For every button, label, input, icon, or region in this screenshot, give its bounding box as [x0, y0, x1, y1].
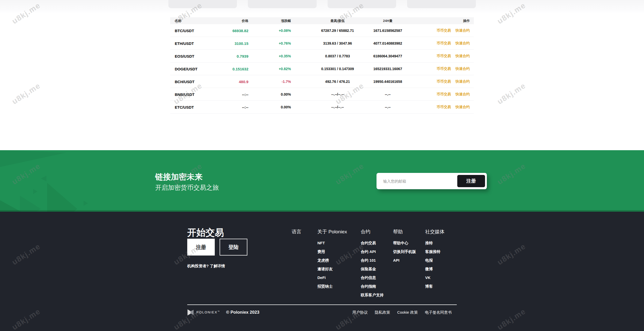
user-agreement-link[interactable]: 用户协议	[352, 310, 368, 315]
ticker-card	[328, 0, 396, 8]
ticker-card	[407, 0, 476, 8]
footer: 开始交易 注册 登陆 机构投资者? 了解详情 语言 关于 Poloniex NF…	[0, 212, 644, 331]
banner-decor-triangle	[41, 176, 46, 181]
change-value: +0.82%	[279, 67, 291, 71]
banner-decor-triangle	[33, 189, 37, 194]
quick-contract-link[interactable]: 快速合约	[455, 28, 470, 33]
footer-column-title: 合约	[361, 228, 384, 235]
pair-label: ETC/USDT	[175, 105, 194, 109]
spot-trade-link[interactable]: 币币交易	[437, 105, 451, 109]
price-value: 0.151632	[232, 67, 248, 71]
header-actions: 操作	[463, 19, 470, 23]
footer-link-weibo[interactable]: 微博	[425, 265, 445, 273]
table-row-doge: DOGE/USDT 0.151632 +0.82% 0.153301 / 0.1…	[170, 62, 474, 75]
quick-contract-link[interactable]: 快速合约	[455, 41, 470, 46]
row-actions: 币币交易快速合约	[437, 79, 470, 84]
footer-link-futures-101[interactable]: 合约 101	[361, 256, 384, 265]
row-actions: 币币交易快速合约	[437, 92, 470, 97]
row-actions: 币币交易快速合约	[437, 41, 470, 46]
email-input[interactable]	[377, 179, 457, 183]
volume-value: 4077.0140883982	[373, 41, 402, 45]
footer-link-vk[interactable]: VK	[425, 273, 445, 282]
banner-decor-triangle	[47, 183, 77, 212]
privacy-policy-link[interactable]: 隐私政策	[375, 310, 390, 315]
footer-column-title: 关于 Poloniex	[317, 228, 347, 235]
row-actions: 币币交易快速合约	[437, 105, 470, 109]
institutional-investors-link[interactable]: 机构投资者? 了解详情	[187, 264, 225, 269]
high-low-value: 67287.29 / 65882.71	[321, 29, 354, 33]
footer-buttons: 注册 登陆	[187, 239, 247, 256]
esign-consent-link[interactable]: 电子签名同意书	[425, 310, 452, 315]
high-low-value: --.--/--.--	[331, 105, 344, 109]
quick-contract-link[interactable]: 快速合约	[455, 105, 470, 109]
footer-link-support-twitter[interactable]: 客服推特	[425, 247, 445, 256]
login-button[interactable]: 登陆	[220, 239, 247, 256]
footer-link-futures-trading[interactable]: 合约交易	[361, 239, 384, 247]
ticker-card	[248, 0, 317, 8]
footer-column-social: 社交媒体 推特 客服推特 电报 微博 VK 博客	[425, 228, 445, 291]
banner-decor-triangle	[0, 198, 21, 212]
quick-contract-link[interactable]: 快速合约	[455, 67, 470, 71]
footer-column-title: 社交媒体	[425, 228, 445, 235]
signup-banner: 链接加密未来 开启加密货币交易之旅 注册	[0, 150, 644, 212]
footer-link-telegram[interactable]: 电报	[425, 256, 445, 265]
footer-link-futures-guide[interactable]: 合约指南	[361, 282, 384, 291]
footer-link-futures-api[interactable]: 合约 API	[361, 247, 384, 256]
row-actions: 币币交易快速合约	[437, 67, 470, 71]
table-row-bnb: BNB/USDT --:-- 0.00% --.--/--.-- --.-- 币…	[170, 88, 474, 101]
high-low-value: 492.76 / 476.21	[325, 80, 350, 84]
pair-label: BTC/USDT	[175, 28, 194, 33]
price-value: 3100.15	[235, 41, 248, 45]
banner-decor-triangle	[0, 150, 66, 181]
footer-link-futures-info[interactable]: 合约信息	[361, 273, 384, 282]
price-value: --:--	[242, 92, 248, 96]
signup-button[interactable]: 注册	[457, 175, 485, 187]
footer-column-about: 关于 Poloniex NFT 费用 龙虎榜 邀请好友 DeFi 招贤纳士	[317, 228, 347, 291]
footer-link-referral[interactable]: 邀请好友	[317, 265, 347, 273]
spot-trade-link[interactable]: 币币交易	[437, 41, 451, 46]
header-change: 涨跌幅	[281, 19, 291, 23]
footer-column-title: 帮助	[393, 228, 416, 235]
high-low-value: --.--/--.--	[331, 92, 344, 96]
table-row-btc: BTC/USDT 66938.82 +0.08% 67287.29 / 6588…	[170, 24, 474, 37]
footer-link-fees[interactable]: 费用	[317, 247, 347, 256]
row-actions: 币币交易快速合约	[437, 54, 470, 58]
spot-trade-link[interactable]: 币币交易	[437, 54, 451, 58]
high-low-value: 0.153301 / 0.147309	[321, 67, 354, 71]
legal-links: 用户协议 隐私政策 Cookie 政策 电子签名同意书	[352, 310, 452, 315]
quick-contract-link[interactable]: 快速合约	[455, 92, 470, 97]
footer-link-blog[interactable]: 博客	[425, 282, 445, 291]
language-selector[interactable]: 语言	[292, 228, 301, 235]
price-value: --:--	[242, 105, 248, 109]
spot-trade-link[interactable]: 币币交易	[437, 67, 451, 71]
price-value: 66938.82	[232, 28, 248, 33]
register-button[interactable]: 注册	[187, 239, 215, 256]
spot-trade-link[interactable]: 币币交易	[437, 28, 451, 33]
header-price: 价格	[242, 19, 248, 23]
spot-trade-link[interactable]: 币币交易	[437, 79, 451, 84]
quick-contract-link[interactable]: 快速合约	[455, 54, 470, 58]
ticker-card	[168, 0, 237, 8]
trademark-symbol: ™	[217, 310, 220, 313]
volume-value: --.--	[385, 105, 391, 109]
spot-trade-link[interactable]: 币币交易	[437, 92, 451, 97]
footer-link-defi[interactable]: DeFi	[317, 273, 347, 282]
footer-link-leaderboard[interactable]: 龙虎榜	[317, 256, 347, 265]
footer-link-nft[interactable]: NFT	[317, 239, 347, 247]
footer-link-api[interactable]: API	[393, 256, 416, 265]
footer-link-insurance-fund[interactable]: 保险基金	[361, 265, 384, 273]
footer-link-help-center[interactable]: 帮助中心	[393, 239, 416, 247]
footer-link-careers[interactable]: 招贤纳士	[317, 282, 347, 291]
volume-value: 6186064.3049477	[373, 54, 402, 58]
volume-value: 1671.6158562587	[373, 29, 402, 33]
cookie-policy-link[interactable]: Cookie 政策	[397, 310, 418, 315]
header-volume: 24H量	[383, 19, 393, 23]
pair-label: BCH/USDT	[175, 79, 195, 84]
change-value: +0.35%	[279, 54, 291, 58]
footer-link-twitter[interactable]: 推特	[425, 239, 445, 247]
footer-link-contact-support[interactable]: 联系客户支持	[361, 291, 384, 299]
table-row-eth: ETH/USDT 3100.15 +0.76% 3139.63 / 3047.9…	[170, 37, 474, 50]
footer-link-mobile-version[interactable]: 切换到手机版	[393, 247, 416, 256]
quick-contract-link[interactable]: 快速合约	[455, 79, 470, 84]
markets-table: 名称 价格 涨跌幅 最高/最低 24H量 操作 BTC/USDT 66938.8…	[170, 17, 474, 113]
